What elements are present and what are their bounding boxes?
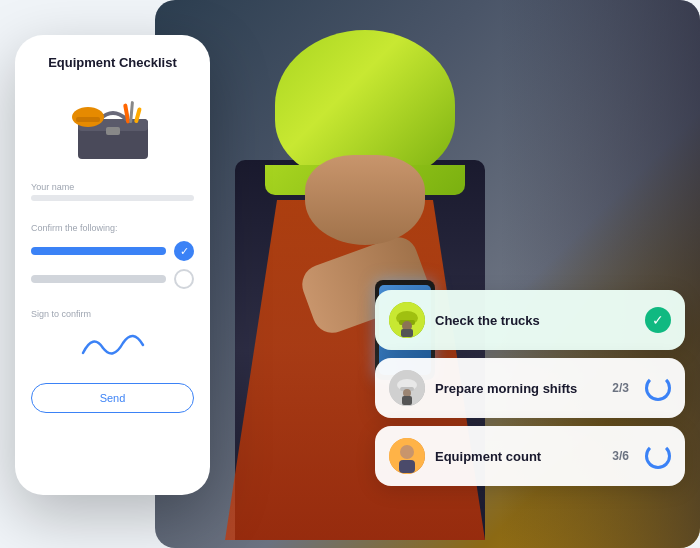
- svg-rect-20: [399, 460, 415, 473]
- send-button[interactable]: Send: [31, 383, 194, 413]
- task-status-2: [645, 375, 671, 401]
- task-status-3: [645, 443, 671, 469]
- svg-rect-12: [401, 329, 413, 337]
- toolbox-icon: [68, 89, 158, 164]
- task-label-2: Prepare morning shifts: [435, 381, 602, 396]
- task-cards-container: Check the trucks ✓ Prepare morning shift…: [375, 290, 685, 486]
- task-avatar-3: [389, 438, 425, 474]
- card-image-area: [31, 86, 194, 166]
- signature-svg: [73, 323, 153, 363]
- task-avatar-1: [389, 302, 425, 338]
- name-field-container: Your name: [31, 182, 194, 211]
- task-label-1: Check the trucks: [435, 313, 635, 328]
- check-icon-1[interactable]: ✓: [174, 241, 194, 261]
- card-title: Equipment Checklist: [31, 55, 194, 70]
- phone-card: Equipment Checklist Your na: [15, 35, 210, 495]
- task-status-1: ✓: [645, 307, 671, 333]
- task-card-3[interactable]: Equipment count 3/6: [375, 426, 685, 486]
- task-label-3: Equipment count: [435, 449, 602, 464]
- task-progress-3: 3/6: [612, 449, 629, 463]
- confirm-line-1: [31, 247, 166, 255]
- confirm-label: Confirm the following:: [31, 223, 194, 233]
- svg-point-16: [403, 389, 411, 397]
- svg-rect-4: [76, 117, 100, 122]
- empty-circle-1[interactable]: [174, 269, 194, 289]
- avatar-3-icon: [389, 438, 425, 474]
- name-input-display[interactable]: [31, 195, 194, 201]
- svg-point-19: [400, 445, 414, 459]
- scene: Equipment Checklist Your na: [0, 0, 700, 548]
- confirm-section: Confirm the following: ✓: [31, 223, 194, 297]
- signature-display[interactable]: [31, 323, 194, 363]
- avatar-1-icon: [389, 302, 425, 338]
- task-progress-2: 2/3: [612, 381, 629, 395]
- svg-rect-17: [402, 396, 412, 405]
- sign-label: Sign to confirm: [31, 309, 194, 319]
- confirm-line-2: [31, 275, 166, 283]
- worker-face: [305, 155, 425, 245]
- task-card-1[interactable]: Check the trucks ✓: [375, 290, 685, 350]
- avatar-2-icon: [389, 370, 425, 406]
- signature-section: Sign to confirm: [31, 309, 194, 371]
- task-card-2[interactable]: Prepare morning shifts 2/3: [375, 358, 685, 418]
- svg-rect-2: [106, 127, 120, 135]
- task-avatar-2: [389, 370, 425, 406]
- confirm-row-2: [31, 269, 194, 289]
- name-label: Your name: [31, 182, 194, 192]
- confirm-row-1: ✓: [31, 241, 194, 261]
